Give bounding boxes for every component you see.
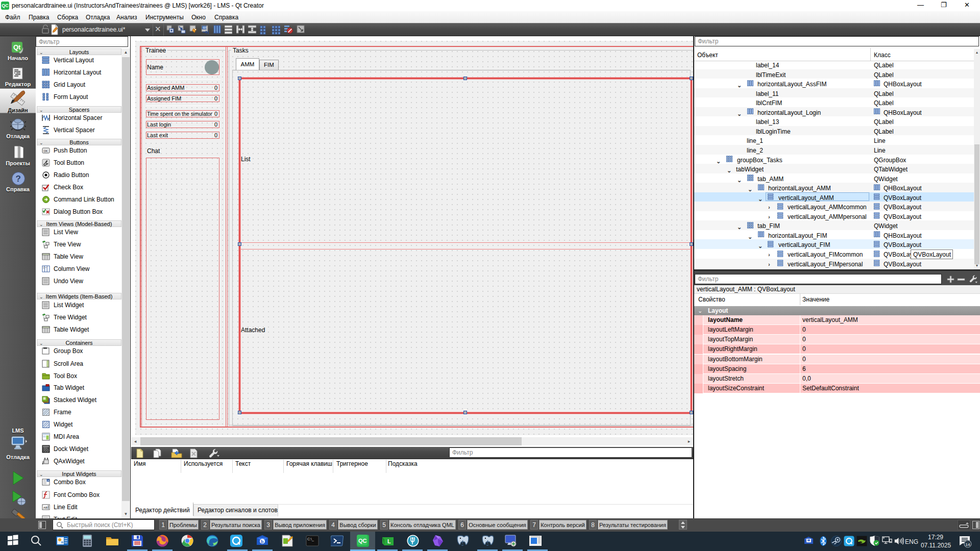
svg-text:Qt: Qt <box>13 43 21 51</box>
svg-text:123: 123 <box>203 26 207 29</box>
svg-text:OK: OK <box>43 149 47 153</box>
svg-text:C:\_: C:\_ <box>307 537 314 541</box>
svg-text:14: 14 <box>966 542 970 547</box>
svg-text:AB: AB <box>43 506 47 509</box>
svg-text:L: L <box>387 538 391 544</box>
svg-text:QC: QC <box>358 538 367 544</box>
svg-text:b: b <box>261 539 264 544</box>
svg-text:?: ? <box>16 174 21 184</box>
